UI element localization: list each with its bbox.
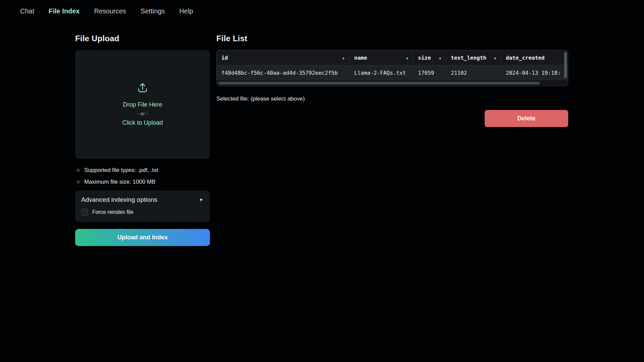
force-reindex-label: Force reindex file — [92, 209, 133, 215]
cell-size[interactable]: 17059 — [413, 65, 446, 80]
column-header-name[interactable]: name ▲ — [350, 50, 413, 65]
file-dropzone[interactable]: Drop File Here - or - Click to Upload — [75, 50, 210, 159]
cell-id[interactable]: f48d48bc-f56c-40aa-ad4d-35792eec2f5b — [217, 65, 350, 80]
bullet-icon — [77, 169, 79, 172]
cell-text-length[interactable]: 21102 — [446, 65, 501, 80]
vertical-scrollbar[interactable] — [564, 52, 567, 78]
tab-chat[interactable]: Chat — [20, 7, 34, 15]
delete-button[interactable]: Delete — [485, 110, 568, 127]
cell-date-created[interactable]: 2024-04-13 19:18: — [501, 65, 568, 80]
cell-name[interactable]: Llama-2-FAQs.txt — [350, 65, 413, 80]
column-label: name — [354, 55, 367, 61]
tab-resources[interactable]: Resources — [94, 7, 126, 15]
column-header-size[interactable]: size ▲ — [413, 50, 446, 65]
note-max-size: Maximum file size: 1000 MB — [77, 179, 210, 185]
bullet-icon — [77, 181, 79, 183]
main-content: File Upload Drop File Here - or - Click … — [0, 34, 644, 246]
file-table-header: id ▲ name ▲ size ▲ text_length ▲ date_cr… — [217, 50, 568, 65]
file-table: id ▲ name ▲ size ▲ text_length ▲ date_cr… — [216, 50, 568, 86]
upload-icon — [136, 81, 149, 95]
chevron-down-icon: ▼ — [199, 197, 203, 202]
selected-file-status: Selected file: (please select above) — [216, 96, 568, 102]
table-row[interactable]: f48d48bc-f56c-40aa-ad4d-35792eec2f5b Lla… — [217, 65, 568, 80]
column-header-date-created[interactable]: date_created — [501, 50, 568, 65]
advanced-options-header[interactable]: Advanced indexing options ▼ — [81, 196, 203, 203]
delete-button-row: Delete — [216, 110, 568, 127]
sort-ascending-icon[interactable]: ▲ — [342, 56, 344, 60]
drop-file-here-label: Drop File Here — [123, 100, 162, 110]
force-reindex-checkbox[interactable] — [81, 209, 88, 216]
file-list-title: File List — [216, 34, 568, 43]
column-label: id — [221, 55, 228, 61]
tab-settings[interactable]: Settings — [141, 7, 165, 15]
column-label: text_length — [451, 55, 486, 61]
column-label: date_created — [506, 55, 545, 61]
column-header-text-length[interactable]: text_length ▲ — [446, 50, 501, 65]
note-text: Maximum file size: 1000 MB — [84, 179, 156, 185]
file-list-section: File List id ▲ name ▲ size ▲ text_length… — [216, 34, 568, 246]
column-label: size — [418, 55, 431, 61]
tab-file-index[interactable]: File Index — [49, 7, 79, 15]
upload-notes-list: Supported file types: .pdf, .txt Maximum… — [75, 167, 210, 185]
advanced-options-accordion: Advanced indexing options ▼ Force reinde… — [75, 190, 210, 222]
advanced-options-title: Advanced indexing options — [81, 196, 157, 203]
sort-ascending-icon[interactable]: ▲ — [439, 56, 441, 60]
column-header-id[interactable]: id ▲ — [217, 50, 350, 65]
tab-help[interactable]: Help — [179, 7, 193, 15]
click-to-upload-link[interactable]: Click to Upload — [122, 118, 163, 128]
or-separator-label: - or - — [137, 110, 148, 118]
horizontal-scrollbar[interactable] — [218, 82, 540, 84]
top-tab-bar: Chat File Index Resources Settings Help — [0, 0, 644, 15]
sort-ascending-icon[interactable]: ▲ — [406, 56, 408, 60]
sort-ascending-icon[interactable]: ▲ — [494, 56, 496, 60]
note-text: Supported file types: .pdf, .txt — [84, 167, 158, 174]
force-reindex-row[interactable]: Force reindex file — [81, 209, 203, 216]
file-upload-title: File Upload — [75, 34, 210, 43]
upload-and-index-button[interactable]: Upload and Index — [75, 229, 210, 246]
note-supported-types: Supported file types: .pdf, .txt — [77, 167, 210, 174]
file-upload-section: File Upload Drop File Here - or - Click … — [75, 34, 210, 246]
